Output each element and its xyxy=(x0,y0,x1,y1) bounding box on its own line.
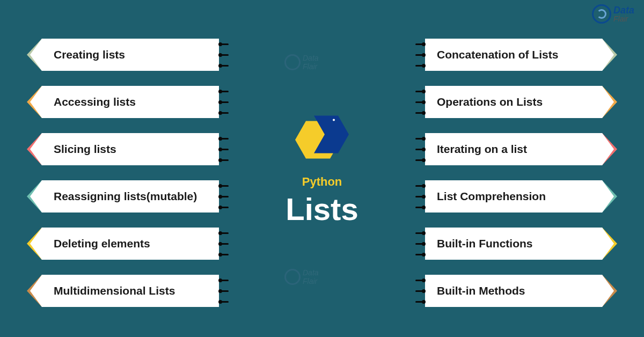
topic-item: Reassigning lists(mutable) xyxy=(42,180,219,213)
binding-icon xyxy=(220,275,229,307)
right-column: Concatenation of Lists Operations on Lis… xyxy=(425,39,602,307)
topic-item: Creating lists xyxy=(42,39,219,71)
topic-label: Built-in Methods xyxy=(437,284,525,297)
topic-label: Creating lists xyxy=(54,48,125,61)
topic-label: Built-in Functions xyxy=(437,237,532,250)
svg-point-3 xyxy=(333,119,335,121)
topic-item: Slicing lists xyxy=(42,133,219,165)
topic-item: Accessing lists xyxy=(42,86,219,118)
topic-item: Multidimensional Lists xyxy=(42,275,219,307)
binding-icon xyxy=(415,39,424,71)
topic-label: Accessing lists xyxy=(54,96,136,108)
brand-logo-icon xyxy=(592,4,611,24)
topic-label: Concatenation of Lists xyxy=(437,48,558,61)
topic-item: List Comprehension xyxy=(425,180,602,213)
center-title: Lists xyxy=(258,191,386,227)
topic-label: Iterating on a list xyxy=(437,143,527,156)
topic-item: Iterating on a list xyxy=(425,133,602,165)
binding-icon xyxy=(415,180,424,213)
binding-icon xyxy=(220,39,229,71)
topic-label: Reassigning lists(mutable) xyxy=(54,190,197,203)
topic-item: Deleting elements xyxy=(42,228,219,260)
binding-icon xyxy=(220,180,229,213)
brand-line1: Data xyxy=(613,5,634,15)
binding-icon xyxy=(415,228,424,260)
binding-icon xyxy=(220,86,229,118)
brand-line2: Flair xyxy=(613,15,634,23)
brand-logo-text: Data Flair xyxy=(613,5,634,23)
center-language: Python xyxy=(258,175,386,189)
python-icon xyxy=(290,111,354,170)
topic-item: Concatenation of Lists xyxy=(425,39,602,71)
topic-label: Multidimensional Lists xyxy=(54,284,175,297)
brand-logo: Data Flair xyxy=(592,4,634,24)
binding-icon xyxy=(220,228,229,260)
binding-icon xyxy=(220,133,229,165)
binding-icon xyxy=(415,133,424,165)
watermark: DataFlair xyxy=(284,268,319,285)
topic-item: Built-in Methods xyxy=(425,275,602,307)
topic-label: Operations on Lists xyxy=(437,96,543,108)
watermark: DataFlair xyxy=(284,54,319,71)
topic-item: Built-in Functions xyxy=(425,228,602,260)
binding-icon xyxy=(415,86,424,118)
binding-icon xyxy=(415,275,424,307)
topic-label: Slicing lists xyxy=(54,143,116,156)
topic-label: Deleting elements xyxy=(54,237,150,250)
left-column: Creating lists Accessing lists Slicing l… xyxy=(42,39,219,307)
center-block: Python Lists xyxy=(258,111,386,227)
topic-label: List Comprehension xyxy=(437,190,546,203)
topic-item: Operations on Lists xyxy=(425,86,602,118)
